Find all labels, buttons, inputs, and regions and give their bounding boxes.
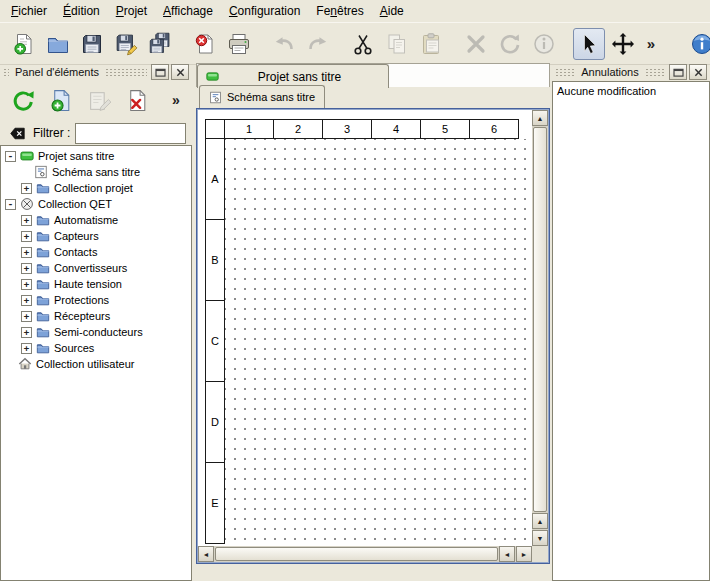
tree-item-sources[interactable]: +Sources [1,340,191,356]
tree-item-label: Collection projet [54,182,133,194]
filter-input[interactable] [75,123,186,144]
tree-item-recepteurs[interactable]: +Récepteurs [1,308,191,324]
menu-projet[interactable]: Projet [108,1,155,21]
print-button[interactable] [223,28,255,60]
main-toolbar: » [0,22,710,65]
scroll-left-button-2[interactable]: ◄ [499,546,515,562]
tree-item-convertisseurs[interactable]: +Convertisseurs [1,260,191,276]
scroll-up-button[interactable]: ▲ [532,110,548,126]
new-project-button[interactable] [8,28,40,60]
float-icon [155,68,166,77]
menu-fenetres[interactable]: Fenêtres [308,1,371,21]
toolbar-overflow-button[interactable]: » [641,28,661,60]
paste-button[interactable] [415,28,447,60]
clear-filter-button[interactable] [6,123,28,143]
vertical-scrollbar[interactable]: ▲ ▲ ▼ [532,110,548,546]
panel-overflow-button[interactable]: » [167,84,185,116]
cut-button[interactable] [347,28,379,60]
vertical-scroll-thumb[interactable] [533,127,547,512]
tree-item-collection-qet[interactable]: -Collection QET [1,196,191,212]
tree-item-contacts[interactable]: +Contacts [1,244,191,260]
redo-button[interactable] [302,28,334,60]
scroll-up-button-2[interactable]: ▲ [532,513,548,529]
tree-item-label: Capteurs [54,230,99,242]
menu-fichier[interactable]: Fichier [3,1,55,21]
collapse-toggle-icon[interactable]: - [5,199,16,210]
save-as-button[interactable] [110,28,142,60]
pan-mode-button[interactable] [607,28,639,60]
menu-edition[interactable]: Édition [55,1,108,21]
qelectrotech-window: FichierÉditionProjetAffichageConfigurati… [0,0,710,581]
undo-button[interactable] [268,28,300,60]
save-button[interactable] [76,28,108,60]
expand-toggle-icon[interactable]: + [21,183,32,194]
undo-panel-float-button[interactable] [669,64,687,80]
expand-toggle-icon[interactable]: + [21,343,32,354]
select-mode-button[interactable] [573,28,605,60]
expand-toggle-icon[interactable]: + [21,311,32,322]
expand-toggle-icon[interactable]: + [21,215,32,226]
open-project-button[interactable] [42,28,74,60]
tree-item-collection-utilisateur[interactable]: Collection utilisateur [1,356,191,372]
element-info-button[interactable] [528,28,560,60]
project-icon [206,70,219,83]
about-button[interactable] [686,28,710,60]
tree-item-automatisme[interactable]: +Automatisme [1,212,191,228]
tree-item-label: Haute tension [54,278,122,290]
new-element-button[interactable] [45,84,77,116]
tree-item-protections[interactable]: +Protections [1,292,191,308]
collapse-toggle-icon[interactable]: - [5,151,16,162]
dock-grip[interactable] [645,68,665,77]
dock-grip[interactable] [105,68,147,77]
schema-view: 123456 ABCDE ▲ ▲ ▼ ◄ ◄ ► [196,108,550,564]
delete-icon [464,32,488,56]
ruler-columns: 123456 [225,119,519,139]
expand-toggle-icon[interactable]: + [21,263,32,274]
rotate-button[interactable] [494,28,526,60]
float-icon [673,68,684,77]
close-project-button[interactable] [189,28,221,60]
dock-grip[interactable] [555,68,575,77]
dock-grip[interactable] [3,68,9,77]
menu-configuration[interactable]: Configuration [221,1,308,21]
folder-icon [36,341,50,355]
menu-aide[interactable]: Aide [372,1,412,21]
tree-item-haute-tension[interactable]: +Haute tension [1,276,191,292]
expand-toggle-icon[interactable]: + [21,247,32,258]
horizontal-scroll-thumb[interactable] [215,547,498,561]
menubar: FichierÉditionProjetAffichageConfigurati… [0,0,710,22]
tree-item-capteurs[interactable]: +Capteurs [1,228,191,244]
tree-item-schema-sans-titre[interactable]: Schéma sans titre [1,164,191,180]
schema-sheet: 123456 ABCDE [205,119,531,545]
horizontal-scrollbar[interactable]: ◄ ◄ ► [198,546,532,562]
elements-panel-float-button[interactable] [151,64,169,80]
schema-canvas[interactable] [225,139,531,545]
info-gray-icon [532,32,556,56]
delete-button[interactable] [460,28,492,60]
reload-collections-button[interactable] [7,84,39,116]
copy-button[interactable] [381,28,413,60]
tree-item-projet-sans-titre[interactable]: -Projet sans titre [1,148,191,164]
scroll-right-button[interactable]: ► [516,546,532,562]
undo-history-list: Aucune modification [552,81,710,581]
expand-toggle-icon[interactable]: + [21,279,32,290]
scroll-down-button[interactable]: ▼ [532,530,548,546]
expand-toggle-icon[interactable]: + [21,231,32,242]
tab-schema-sans-titre[interactable]: Schéma sans titre [199,85,325,108]
expand-toggle-icon[interactable]: + [21,295,32,306]
undo-history-item[interactable]: Aucune modification [553,82,709,100]
edit-element-button[interactable] [83,84,115,116]
elements-panel-close-button[interactable] [171,64,189,80]
scroll-left-button[interactable]: ◄ [198,546,214,562]
redo-icon [306,32,330,56]
tree-item-semi-conducteurs[interactable]: +Semi-conducteurs [1,324,191,340]
folder-icon [36,293,50,307]
delete-element-button[interactable] [121,84,153,116]
expand-toggle-icon[interactable]: + [21,327,32,338]
folder-icon [36,309,50,323]
move-icon [611,32,635,56]
tree-item-collection-projet[interactable]: +Collection projet [1,180,191,196]
save-all-button[interactable] [144,28,176,60]
menu-affichage[interactable]: Affichage [155,1,221,21]
undo-panel-close-button[interactable] [689,64,707,80]
